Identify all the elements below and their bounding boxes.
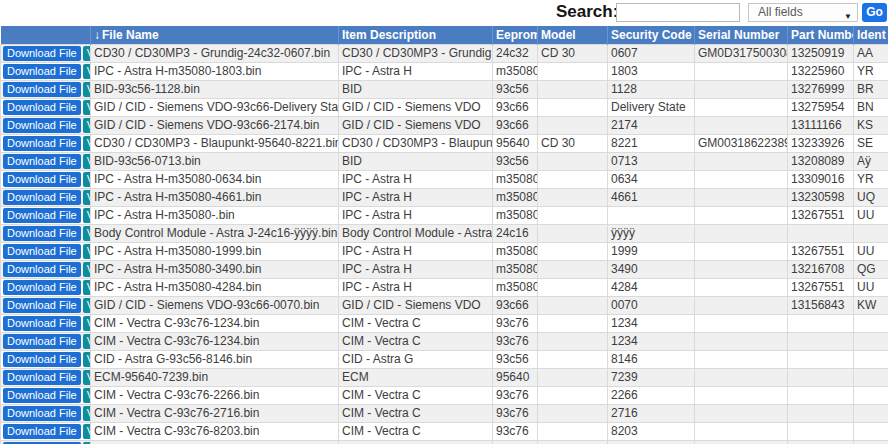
download-file-button[interactable]: Download File	[3, 424, 81, 439]
serial-number-cell	[695, 332, 788, 350]
ident-cell: Aÿ	[854, 152, 888, 170]
download-file-button[interactable]: Download File	[3, 190, 81, 205]
view-button[interactable]: View	[83, 280, 91, 295]
column-header-part-number[interactable]: Part Number	[788, 26, 854, 44]
download-file-button[interactable]: Download File	[3, 136, 81, 151]
view-button[interactable]: View	[83, 46, 91, 61]
model-cell	[538, 152, 608, 170]
view-button[interactable]: View	[83, 154, 91, 169]
download-file-button[interactable]: Download File	[3, 262, 81, 277]
model-cell	[538, 278, 608, 296]
download-file-button[interactable]: Download File	[3, 154, 81, 169]
download-file-button[interactable]: Download File	[3, 226, 81, 241]
column-header-ident[interactable]: Ident	[854, 26, 888, 44]
column-header-serial-number[interactable]: Serial Number	[695, 26, 788, 44]
view-button[interactable]: View	[83, 208, 91, 223]
search-input[interactable]	[616, 3, 740, 22]
item-description-cell: BID	[339, 80, 493, 98]
view-button[interactable]: View	[83, 370, 91, 385]
serial-number-cell	[695, 278, 788, 296]
eeprom-cell: 93c66	[493, 98, 538, 116]
model-cell	[538, 422, 608, 440]
part-number-cell: 13233926	[788, 134, 854, 152]
actions-cell: Download FileView	[1, 170, 91, 188]
file-name-cell: IPC - Astra H-m35080-3490.bin	[91, 260, 339, 278]
item-description-cell: CIM - Vectra C	[339, 332, 493, 350]
item-description-cell: CIM - Vectra C	[339, 314, 493, 332]
part-number-cell	[788, 440, 854, 444]
file-name-cell: CIM - Vectra C-93c76-2716.bin	[91, 404, 339, 422]
file-name-cell: CIM - Vectra C-93c76-8203.bin	[91, 422, 339, 440]
security-code-cell: 4284	[608, 278, 695, 296]
column-header-security-code[interactable]: Security Code	[608, 26, 695, 44]
actions-cell: Download FileView	[1, 116, 91, 134]
go-button[interactable]: Go	[862, 3, 887, 22]
download-file-button[interactable]: Download File	[3, 100, 81, 115]
column-header-item-description[interactable]: Item Description	[339, 26, 493, 44]
download-file-button[interactable]: Download File	[3, 46, 81, 61]
download-file-button[interactable]: Download File	[3, 352, 81, 367]
download-file-button[interactable]: Download File	[3, 118, 81, 133]
column-header-eeprom[interactable]: Eeprom	[493, 26, 538, 44]
download-file-button[interactable]: Download File	[3, 172, 81, 187]
table-row: Download FileView IPC - Astra H-m35080-4…	[1, 188, 888, 206]
actions-cell: Download FileView	[1, 440, 91, 444]
download-file-button[interactable]: Download File	[3, 208, 81, 223]
download-file-button[interactable]: Download File	[3, 334, 81, 349]
actions-cell: Download FileView	[1, 296, 91, 314]
model-cell	[538, 80, 608, 98]
view-button[interactable]: View	[83, 316, 91, 331]
item-description-cell: IPC - Astra H	[339, 278, 493, 296]
file-name-cell: CIM - Vectra C-93c76-1234.bin	[91, 314, 339, 332]
ident-cell	[854, 422, 888, 440]
security-code-cell: Delivery State	[608, 98, 695, 116]
part-number-cell: 13267551	[788, 278, 854, 296]
ident-cell	[854, 332, 888, 350]
view-button[interactable]: View	[83, 334, 91, 349]
download-file-button[interactable]: Download File	[3, 298, 81, 313]
view-button[interactable]: View	[83, 298, 91, 313]
model-cell	[538, 116, 608, 134]
column-header-model[interactable]: Model	[538, 26, 608, 44]
view-button[interactable]: View	[83, 100, 91, 115]
download-file-button[interactable]: Download File	[3, 388, 81, 403]
download-file-button[interactable]: Download File	[3, 316, 81, 331]
download-file-button[interactable]: Download File	[3, 280, 81, 295]
ident-cell: KS	[854, 116, 888, 134]
actions-cell: Download FileView	[1, 332, 91, 350]
security-code-cell: 2174	[608, 116, 695, 134]
view-button[interactable]: View	[83, 226, 91, 241]
column-header-file-name[interactable]: ↓File Name	[91, 26, 339, 44]
view-button[interactable]: View	[83, 244, 91, 259]
download-file-button[interactable]: Download File	[3, 370, 81, 385]
view-button[interactable]: View	[83, 388, 91, 403]
download-file-button[interactable]: Download File	[3, 64, 81, 79]
actions-cell: Download FileView	[1, 260, 91, 278]
download-file-button[interactable]: Download File	[3, 82, 81, 97]
model-cell	[538, 170, 608, 188]
view-button[interactable]: View	[83, 352, 91, 367]
table-row: Download FileView CD30 / CD30MP3 - Grund…	[1, 44, 888, 62]
download-file-button[interactable]: Download File	[3, 406, 81, 421]
part-number-cell: 13111166	[788, 116, 854, 134]
view-button[interactable]: View	[83, 262, 91, 277]
security-code-cell: 1234	[608, 314, 695, 332]
security-code-cell	[608, 206, 695, 224]
ident-cell	[854, 386, 888, 404]
view-button[interactable]: View	[83, 136, 91, 151]
item-description-cell: CIM - Vectra C	[339, 386, 493, 404]
download-file-button[interactable]: Download File	[3, 244, 81, 259]
view-button[interactable]: View	[83, 118, 91, 133]
view-button[interactable]: View	[83, 172, 91, 187]
ident-cell: SE	[854, 134, 888, 152]
view-button[interactable]: View	[83, 190, 91, 205]
table-row: Download FileView BID-93c56-0713.bin BID…	[1, 152, 888, 170]
view-button[interactable]: View	[83, 424, 91, 439]
column-header-actions	[1, 26, 91, 44]
search-field-select[interactable]: All fields ▼	[748, 3, 858, 22]
part-number-cell: 13225960	[788, 62, 854, 80]
view-button[interactable]: View	[83, 406, 91, 421]
part-number-cell	[788, 386, 854, 404]
view-button[interactable]: View	[83, 82, 91, 97]
view-button[interactable]: View	[83, 64, 91, 79]
